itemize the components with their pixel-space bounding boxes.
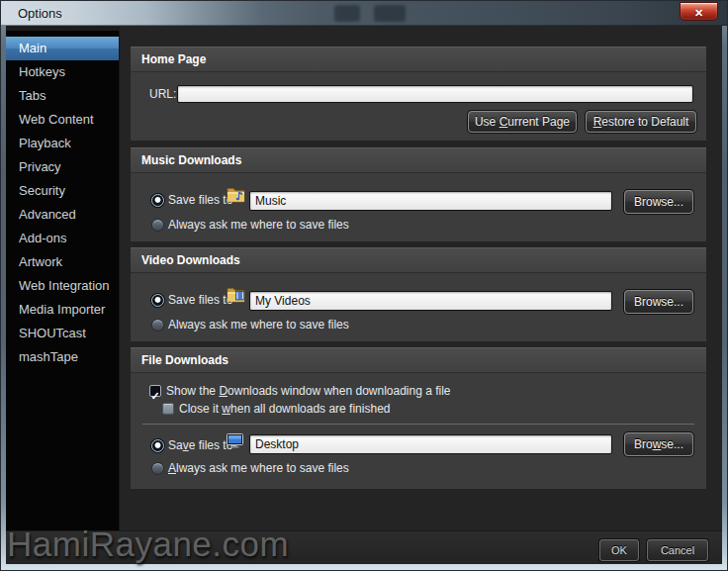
label-text: A bbox=[168, 461, 176, 475]
label-text: se... bbox=[661, 437, 683, 451]
video-save-files-label: Save files to bbox=[168, 293, 232, 308]
label-text: urrent Page bbox=[507, 115, 570, 129]
label-text: Close it bbox=[179, 402, 222, 416]
file-downloads-section: File Downloads ✓ Show the Downloads wind… bbox=[131, 347, 706, 489]
label-text: Bro bbox=[634, 437, 653, 451]
file-always-ask-label: Always ask me where to save files bbox=[168, 461, 349, 476]
label-text: w bbox=[222, 402, 230, 416]
video-always-ask-radio[interactable] bbox=[151, 319, 164, 332]
titlebar: Options ✕ bbox=[1, 1, 727, 26]
label-text: Save files to bbox=[168, 293, 232, 307]
video-browse-button[interactable]: Browse... bbox=[624, 290, 693, 314]
sidebar-item-web-integration[interactable]: Web Integration bbox=[6, 274, 119, 298]
sidebar-item-web-content[interactable]: Web Content bbox=[6, 108, 119, 132]
file-save-files-label: Save files to bbox=[168, 438, 232, 453]
label-text: Sa bbox=[168, 438, 183, 452]
video-folder-icon bbox=[227, 286, 245, 303]
label-text: R bbox=[593, 115, 602, 129]
sidebar-item-advanced[interactable]: Advanced bbox=[6, 203, 119, 227]
close-icon: ✕ bbox=[694, 7, 703, 19]
label-text: Browse... bbox=[634, 195, 683, 209]
label-text: hen all downloads are finished bbox=[230, 402, 390, 416]
window-title: Options bbox=[18, 1, 62, 26]
file-browse-button[interactable]: Browse... bbox=[624, 432, 693, 456]
options-window: Options ✕ Main Hotkeys Tabs Web Content … bbox=[0, 0, 728, 571]
video-downloads-title: Video Downloads bbox=[131, 247, 706, 273]
sidebar-item-artwork[interactable]: Artwork bbox=[6, 250, 119, 274]
check-icon: ✓ bbox=[150, 390, 159, 402]
music-save-files-label: Save files to bbox=[168, 193, 232, 208]
cancel-button[interactable]: Cancel bbox=[647, 539, 708, 561]
video-downloads-section: Video Downloads Save files to Browse... … bbox=[131, 247, 706, 341]
file-always-ask-radio[interactable] bbox=[151, 462, 164, 475]
music-save-files-radio[interactable] bbox=[151, 194, 164, 207]
sidebar-item-privacy[interactable]: Privacy bbox=[6, 155, 119, 179]
home-page-title: Home Page bbox=[131, 47, 706, 72]
url-label: URL: bbox=[149, 87, 176, 102]
titlebar-glass-artifact bbox=[334, 5, 360, 22]
main-panel: Home Page URL: Use Current Page Restore … bbox=[120, 26, 722, 530]
sidebar-item-security[interactable]: Security bbox=[6, 179, 119, 203]
label-text: D bbox=[219, 384, 228, 398]
label-text: ownloads window when downloading a file bbox=[228, 384, 450, 398]
desktop-icon bbox=[227, 433, 244, 448]
url-input[interactable] bbox=[177, 85, 693, 103]
music-downloads-title: Music Downloads bbox=[131, 147, 706, 173]
file-downloads-title: File Downloads bbox=[131, 347, 706, 373]
music-downloads-section: Music Downloads Save files to Browse... … bbox=[131, 147, 706, 241]
music-browse-button[interactable]: Browse... bbox=[624, 190, 693, 214]
category-sidebar: Main Hotkeys Tabs Web Content Playback P… bbox=[6, 31, 120, 532]
music-always-ask-radio[interactable] bbox=[151, 219, 164, 232]
label-text: Browse... bbox=[634, 295, 683, 309]
video-always-ask-label: Always ask me where to save files bbox=[168, 318, 349, 333]
label-text: Show the bbox=[166, 384, 219, 398]
file-save-files-radio[interactable] bbox=[151, 439, 164, 452]
music-path-input[interactable] bbox=[249, 191, 612, 211]
sidebar-item-playback[interactable]: Playback bbox=[6, 132, 119, 155]
music-always-ask-label: Always ask me where to save files bbox=[168, 218, 349, 233]
label-text: C bbox=[500, 115, 508, 129]
show-downloads-window-checkbox[interactable]: ✓ bbox=[149, 385, 161, 397]
sidebar-item-tabs[interactable]: Tabs bbox=[6, 84, 119, 108]
label-text: Always ask me where to save files bbox=[168, 218, 349, 232]
home-page-section: Home Page URL: Use Current Page Restore … bbox=[131, 47, 706, 141]
sidebar-item-media-importer[interactable]: Media Importer bbox=[6, 298, 119, 322]
sidebar-item-hotkeys[interactable]: Hotkeys bbox=[6, 60, 119, 84]
label-text: Save files to bbox=[168, 193, 232, 207]
file-path-input[interactable] bbox=[249, 434, 612, 454]
music-folder-icon bbox=[227, 186, 245, 203]
sidebar-item-add-ons[interactable]: Add-ons bbox=[6, 227, 119, 250]
video-path-input[interactable] bbox=[249, 291, 612, 311]
label-text: Always ask me where to save files bbox=[168, 318, 349, 332]
dialog-content: Main Hotkeys Tabs Web Content Playback P… bbox=[6, 26, 722, 564]
footer-bar: OK Cancel bbox=[6, 530, 722, 564]
close-when-finished-label: Close it when all downloads are finished bbox=[179, 402, 390, 417]
label-text: lways ask me where to save files bbox=[176, 461, 349, 475]
label-text: Use bbox=[475, 115, 500, 129]
restore-to-default-button[interactable]: Restore to Default bbox=[586, 111, 696, 133]
label-text: estore to Default bbox=[601, 115, 688, 129]
titlebar-glass-artifact bbox=[374, 5, 406, 22]
sidebar-item-shoutcast[interactable]: SHOUTcast bbox=[6, 322, 119, 345]
close-when-finished-checkbox[interactable] bbox=[162, 403, 174, 415]
video-save-files-radio[interactable] bbox=[151, 294, 164, 307]
show-downloads-window-label: Show the Downloads window when downloadi… bbox=[166, 384, 451, 399]
sidebar-item-mashtape[interactable]: mashTape bbox=[6, 345, 119, 369]
separator bbox=[142, 424, 694, 425]
close-button[interactable]: ✕ bbox=[680, 2, 718, 21]
sidebar-item-main[interactable]: Main bbox=[6, 37, 119, 60]
use-current-page-button[interactable]: Use Current Page bbox=[468, 111, 577, 133]
ok-button[interactable]: OK bbox=[599, 539, 639, 561]
